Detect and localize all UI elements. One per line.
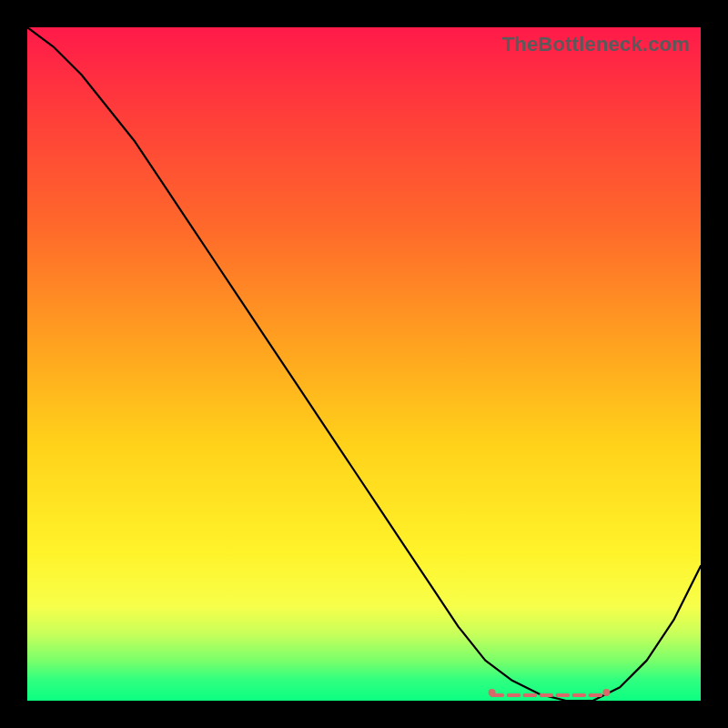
chart-svg (27, 27, 701, 701)
plot-area: TheBottleneck.com (27, 27, 701, 701)
chart-container: TheBottleneck.com (0, 0, 728, 728)
optimal-range-endpoint (602, 689, 610, 696)
optimal-range-highlight (489, 689, 611, 696)
optimal-range-endpoint (489, 689, 496, 696)
bottleneck-curve (27, 27, 701, 701)
